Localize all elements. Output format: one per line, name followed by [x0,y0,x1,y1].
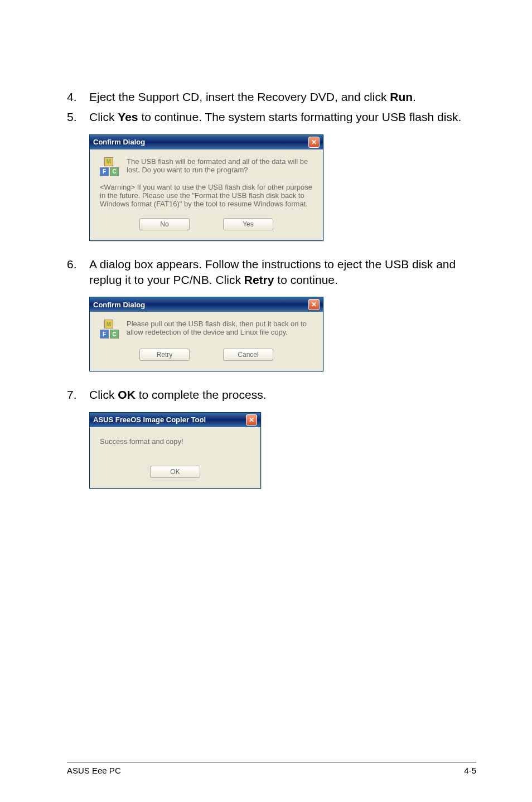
step-4-bold: Run [390,90,413,103]
yes-button[interactable]: Yes [223,218,273,230]
confirm-dialog-1: Confirm Dialog ✕ M F C The USB flash wil… [89,134,323,241]
ok-button[interactable]: OK [150,466,200,478]
cancel-button[interactable]: Cancel [223,349,273,361]
app-icon: M F C [100,320,119,339]
close-icon[interactable]: ✕ [308,137,320,148]
step-7-bold: OK [118,388,136,401]
success-dialog: ASUS FreeOS Image Copier Tool ✕ Success … [89,412,261,489]
no-button[interactable]: No [139,218,190,230]
close-icon[interactable]: ✕ [246,414,257,426]
icon-tile-f: F [100,167,109,176]
icon-tile-m: M [104,320,113,328]
step-6-after: to continue. [274,273,337,286]
step-text-5: Click Yes to continue. The system starts… [89,109,476,125]
app-icon: M F C [100,157,119,176]
dialog-3-title: ASUS FreeOS Image Copier Tool [93,416,206,424]
step-6-bold: Retry [244,273,274,286]
step-4-before: Eject the Support CD, insert the Recover… [89,90,390,103]
close-icon[interactable]: ✕ [308,299,320,310]
step-5-after: to continue. The system starts formattin… [138,110,462,123]
step-text-6: A dialog box appears. Follow the instruc… [89,257,476,288]
dialog-3-titlebar: ASUS FreeOS Image Copier Tool ✕ [90,413,260,427]
dialog-2-message: Please pull out the USB flash disk, then… [127,320,313,336]
icon-tile-c: C [110,167,119,176]
step-number-6: 6. [67,257,89,288]
step-4-after: . [413,90,416,103]
footer-left: ASUS Eee PC [67,766,121,775]
dialog-1-titlebar: Confirm Dialog ✕ [90,135,323,149]
icon-tile-c: C [110,330,119,339]
footer-right: 4-5 [464,766,476,775]
step-number-4: 4. [67,89,89,105]
retry-button[interactable]: Retry [139,349,190,361]
dialog-1-message: The USB flash will be formated and all o… [127,157,313,174]
dialog-1-warning: <Warning> If you want to use the USB fla… [100,183,313,208]
step-5-before: Click [89,110,118,123]
dialog-2-title: Confirm Dialog [93,301,145,309]
step-number-7: 7. [67,387,89,403]
step-7-after: to complete the process. [136,388,267,401]
confirm-dialog-2: Confirm Dialog ✕ M F C Please pull out t… [89,297,323,371]
dialog-3-message: Success format and copy! [100,437,250,446]
dialog-1-title: Confirm Dialog [93,138,145,146]
dialog-2-titlebar: Confirm Dialog ✕ [90,297,323,312]
step-5-bold: Yes [118,110,138,123]
step-text-4: Eject the Support CD, insert the Recover… [89,89,476,105]
icon-tile-f: F [100,330,109,339]
page-footer: ASUS Eee PC 4-5 [67,762,476,775]
icon-tile-m: M [104,157,113,166]
step-text-7: Click OK to complete the process. [89,387,476,403]
step-7-before: Click [89,388,118,401]
step-number-5: 5. [67,109,89,125]
